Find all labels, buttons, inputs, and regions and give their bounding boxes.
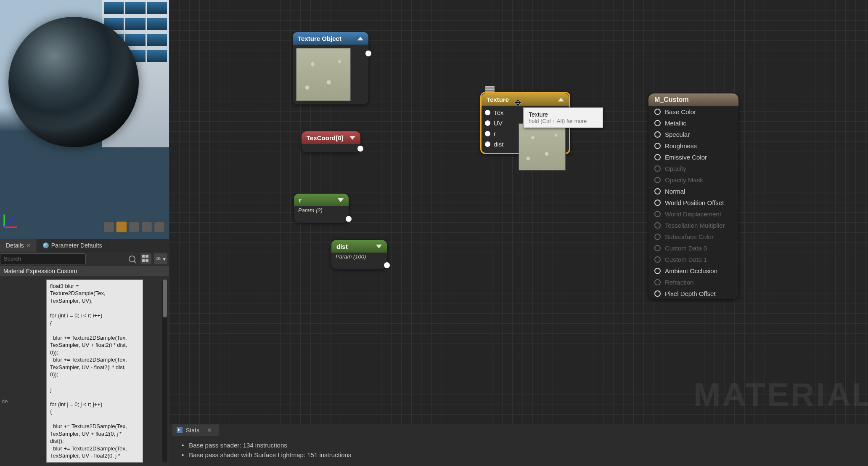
pin-label: Tessellation Multiplier xyxy=(665,222,725,229)
collapse-icon[interactable] xyxy=(357,37,363,40)
details-scrollbar[interactable] xyxy=(162,280,167,463)
result-pin-opacity: Opacity xyxy=(648,163,738,174)
node-title: dist xyxy=(336,243,348,250)
preview-shape-cube-button[interactable] xyxy=(141,221,152,232)
move-cursor-icon: ✥ xyxy=(514,98,521,108)
pin-label: Roughness xyxy=(665,142,697,149)
result-pin-world-displacement: World Displacement xyxy=(648,208,738,220)
stats-tab-label: Stats xyxy=(186,427,199,434)
pin-ring-icon xyxy=(654,268,661,274)
result-title: M_Custom xyxy=(654,96,689,104)
result-pin-custom-data-0: Custom Data 0 xyxy=(648,242,738,254)
pin-ring-icon xyxy=(654,234,661,240)
stats-panel: Stats ✕ Base pass shader: 134 instructio… xyxy=(169,424,868,466)
pin-label: Subsurface Color xyxy=(665,233,714,240)
texture-thumbnail xyxy=(296,48,351,101)
node-texture-object[interactable]: Texture Object xyxy=(293,32,368,104)
result-pin-metallic[interactable]: Metallic xyxy=(648,117,738,129)
pin-ring-icon xyxy=(654,222,661,229)
tab-parameter-defaults-label: Parameter Defaults xyxy=(51,242,102,249)
preview-shape-mesh-button[interactable] xyxy=(154,221,165,232)
result-pin-specular[interactable]: Specular xyxy=(648,129,738,140)
tooltip-subtitle: hold (Ctrl + Alt) for more xyxy=(529,118,598,124)
pin-ring-icon xyxy=(654,279,661,285)
pin-label: Opacity Mask xyxy=(665,176,703,184)
preview-shape-plane-button[interactable] xyxy=(129,221,140,232)
watermark-text: MATERIAL xyxy=(693,375,868,414)
pin-ring-icon xyxy=(654,245,661,251)
preview-sphere xyxy=(8,17,139,147)
result-pin-ambient-occlusion[interactable]: Ambient Occlusion xyxy=(648,265,738,277)
stats-line: Base pass shader with Surface Lightmap: … xyxy=(182,450,868,460)
pin-ring-icon xyxy=(654,211,661,217)
close-icon[interactable]: ✕ xyxy=(26,242,31,248)
param-value: Param (100) xyxy=(331,253,387,262)
node-material-output[interactable]: M_Custom Base ColorMetallicSpecularRough… xyxy=(648,93,738,299)
pin-label: Normal xyxy=(665,188,685,195)
close-icon[interactable]: ✕ xyxy=(207,427,212,434)
parameter-defaults-icon xyxy=(43,242,49,248)
stats-icon xyxy=(177,427,183,433)
pin-label: Custom Data 0 xyxy=(665,245,707,252)
tab-parameter-defaults[interactable]: Parameter Defaults xyxy=(37,239,108,251)
collapse-icon[interactable] xyxy=(376,245,382,248)
node-param-r[interactable]: r Param (2) xyxy=(294,194,349,223)
tooltip-title: Texture xyxy=(529,111,598,118)
result-pin-roughness[interactable]: Roughness xyxy=(648,140,738,152)
preview-shape-cylinder-button[interactable] xyxy=(103,221,114,232)
pin-ring-icon xyxy=(654,143,661,149)
tab-details[interactable]: Details ✕ xyxy=(0,239,37,251)
texture-output-thumbnail xyxy=(519,123,566,170)
collapse-icon[interactable] xyxy=(558,98,564,101)
output-pin[interactable] xyxy=(346,216,352,222)
view-grid-button[interactable] xyxy=(140,253,151,264)
node-texcoord[interactable]: TexCoord[0] xyxy=(302,131,360,152)
pin-label: Ambient Occlusion xyxy=(665,267,717,274)
node-title: TexCoord[0] xyxy=(307,134,343,141)
result-pin-base-color[interactable]: Base Color xyxy=(648,106,738,117)
node-param-dist[interactable]: dist Param (100) xyxy=(331,240,387,269)
pin-ring-icon xyxy=(654,120,661,126)
pin-ring-icon xyxy=(654,131,661,138)
pin-label: Refraction xyxy=(665,279,693,286)
pin-ring-icon xyxy=(654,290,661,297)
view-options-button[interactable]: 👁 ▾ xyxy=(154,253,167,264)
pin-ring-icon xyxy=(654,177,661,183)
result-pin-normal[interactable]: Normal xyxy=(648,186,738,197)
pin-label: Pixel Depth Offset xyxy=(665,290,716,297)
tab-stats[interactable]: Stats ✕ xyxy=(172,424,219,436)
stats-line: Base pass shader: 134 instructions xyxy=(182,440,868,450)
result-pin-pixel-depth-offset[interactable]: Pixel Depth Offset xyxy=(648,288,738,299)
details-search-input[interactable] xyxy=(0,253,86,264)
result-pin-refraction: Refraction xyxy=(648,277,738,288)
node-title: Texture Object xyxy=(298,35,341,42)
pin-label: Opacity xyxy=(665,165,686,172)
material-preview-viewport[interactable] xyxy=(0,0,169,239)
custom-hlsl-code-field[interactable]: float3 blur = Texture2DSample(Tex, TexSa… xyxy=(46,280,143,463)
pin-label: World Position Offset xyxy=(665,199,724,206)
preview-shape-sphere-button[interactable] xyxy=(116,221,127,232)
pin-label: Base Color xyxy=(665,108,696,115)
node-tooltip: Texture hold (Ctrl + Alt) for more xyxy=(523,107,603,128)
result-pin-custom-data-1: Custom Data 1 xyxy=(648,254,738,265)
pin-ring-icon xyxy=(654,188,661,194)
tab-details-label: Details xyxy=(6,242,24,249)
output-pin[interactable] xyxy=(365,51,371,56)
collapse-icon[interactable] xyxy=(338,198,344,202)
result-pin-emissive-color[interactable]: Emissive Color xyxy=(648,152,738,163)
result-pin-subsurface-color: Subsurface Color xyxy=(648,231,738,242)
result-pin-world-position-offset[interactable]: World Position Offset xyxy=(648,197,738,208)
details-section-header[interactable]: Material Expression Custom xyxy=(0,266,169,276)
collapse-icon[interactable] xyxy=(349,136,355,140)
pin-label: World Displacement xyxy=(665,210,721,218)
material-graph-canvas[interactable]: Texture Object TexCoord[0] r Param (2) xyxy=(169,0,868,424)
output-pin[interactable] xyxy=(357,146,363,152)
left-panel: Details ✕ Parameter Defaults 👁 ▾ Materia… xyxy=(0,0,169,466)
pin-label: Custom Data 1 xyxy=(665,256,707,263)
pin-ring-icon xyxy=(654,200,661,206)
pin-label: Metallic xyxy=(665,120,686,127)
param-value: Param (2) xyxy=(294,206,349,216)
pin-label: Emissive Color xyxy=(665,154,707,161)
pin-ring-icon xyxy=(654,109,661,115)
output-pin[interactable] xyxy=(384,262,390,268)
